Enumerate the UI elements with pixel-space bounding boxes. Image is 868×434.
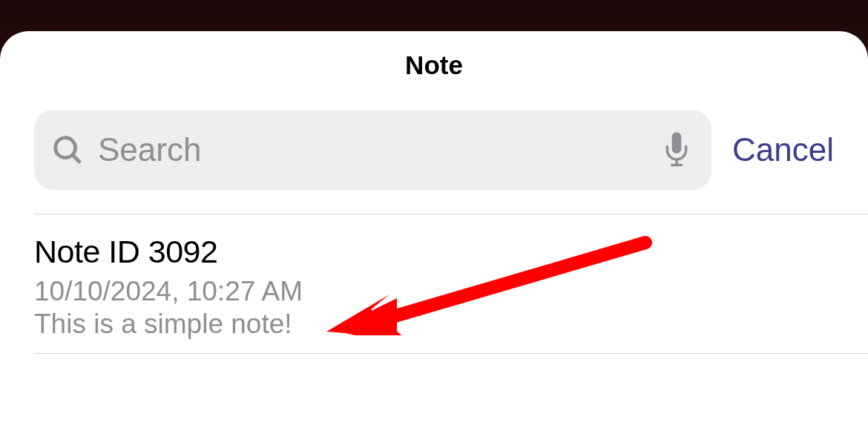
note-title: Note ID 3092: [34, 234, 834, 270]
page-title: Note: [0, 50, 868, 80]
list-item[interactable]: Note ID 3092 10/10/2024, 10:27 AM This i…: [0, 214, 868, 353]
microphone-icon[interactable]: [662, 132, 691, 168]
search-row: Cancel: [0, 110, 868, 190]
search-icon: [50, 133, 85, 167]
cancel-button[interactable]: Cancel: [732, 131, 834, 168]
divider: [34, 353, 868, 354]
note-timestamp: 10/10/2024, 10:27 AM: [34, 276, 834, 307]
search-input[interactable]: [85, 131, 662, 168]
note-preview: This is a simple note!: [34, 309, 834, 340]
search-field[interactable]: [34, 110, 711, 190]
modal-sheet: Note Cancel Note ID 3092 10/10/2024, 10:…: [0, 31, 868, 434]
svg-line-1: [73, 155, 80, 162]
svg-point-0: [56, 138, 76, 158]
modal-header: Note: [0, 31, 868, 110]
svg-rect-2: [672, 132, 682, 154]
